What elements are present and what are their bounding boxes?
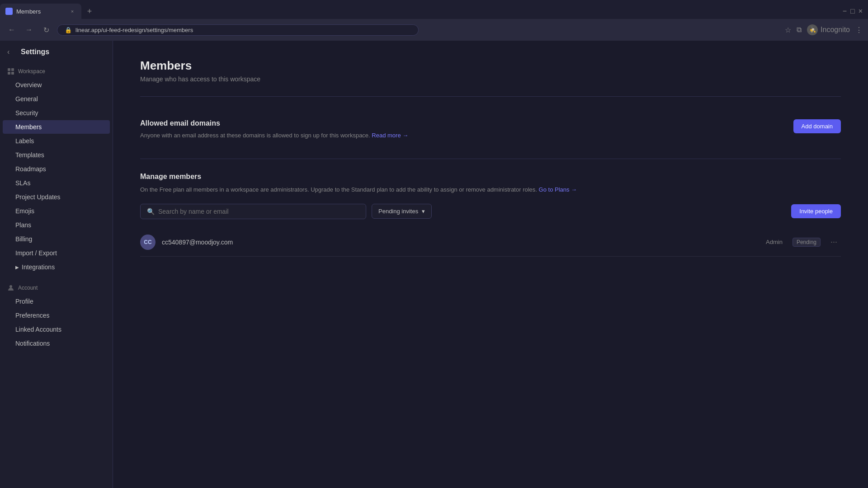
sidebar-item-labels[interactable]: Labels: [3, 134, 110, 148]
minimize-button[interactable]: −: [843, 7, 847, 15]
read-more-link[interactable]: Read more →: [372, 132, 408, 139]
sidebar-item-overview[interactable]: Overview: [3, 78, 110, 92]
search-input[interactable]: [158, 208, 359, 215]
window-controls: − □ ×: [843, 7, 868, 15]
manage-members-title: Manage members: [140, 173, 841, 181]
tab-favicon: [5, 8, 13, 15]
incognito-label: Incognito: [821, 26, 850, 34]
integrations-arrow-icon: ▶: [15, 265, 19, 270]
invite-people-button[interactable]: Invite people: [791, 204, 841, 218]
bookmark-icon[interactable]: ☆: [785, 26, 791, 34]
tab-bar: Members × + − □ ×: [0, 0, 868, 19]
allowed-domains-header: Allowed email domains Anyone with an ema…: [140, 106, 841, 150]
svg-point-4: [9, 285, 12, 288]
sidebar-back-button[interactable]: ‹: [7, 48, 16, 56]
page-title: Members: [140, 59, 841, 73]
sidebar-item-integrations[interactable]: ▶ Integrations: [3, 260, 110, 274]
incognito-icon: 🕵: [807, 24, 818, 35]
address-bar: ← → ↻ 🔒 linear.app/ui-feed-redesign/sett…: [0, 19, 868, 41]
sidebar-header: ‹ Settings: [0, 41, 113, 61]
back-button[interactable]: ←: [5, 23, 18, 36]
allowed-domains-desc: Anyone with an email address at these do…: [140, 131, 411, 141]
page-subtitle: Manage who has access to this workspace: [140, 75, 841, 83]
workspace-label: Workspace: [18, 68, 45, 75]
lock-icon: 🔒: [65, 27, 72, 33]
member-email: cc540897@moodjoy.com: [162, 239, 760, 246]
sidebar-item-preferences[interactable]: Preferences: [3, 309, 110, 322]
sidebar-item-notifications[interactable]: Notifications: [3, 337, 110, 350]
url-text: linear.app/ui-feed-redesign/settings/mem…: [75, 27, 193, 33]
app-container: ‹ Settings Workspace Overview General S: [0, 41, 868, 488]
sidebar-item-billing[interactable]: Billing: [3, 232, 110, 246]
active-tab[interactable]: Members ×: [0, 4, 81, 19]
sidebar-item-plans[interactable]: Plans: [3, 218, 110, 232]
extensions-icon[interactable]: ⧉: [797, 26, 802, 34]
account-label: Account: [18, 285, 38, 291]
avatar: CC: [140, 235, 156, 250]
workspace-icon: [7, 68, 14, 75]
forward-button[interactable]: →: [23, 23, 35, 36]
maximize-button[interactable]: □: [850, 7, 855, 15]
sidebar-item-templates[interactable]: Templates: [3, 148, 110, 162]
account-section: Account Profile Preferences Linked Accou…: [0, 278, 113, 354]
incognito-badge: 🕵 Incognito: [807, 24, 850, 35]
manage-members-section: Manage members On the Free plan all memb…: [140, 168, 841, 257]
sidebar: ‹ Settings Workspace Overview General S: [0, 41, 113, 488]
account-icon: [7, 284, 14, 291]
svg-rect-2: [8, 72, 10, 75]
table-row: CC cc540897@moodjoy.com Admin Pending ··…: [140, 228, 841, 257]
sidebar-item-emojis[interactable]: Emojis: [3, 204, 110, 218]
members-toolbar: 🔍 Pending invites ▾ Invite people: [140, 204, 841, 219]
sidebar-item-import-export[interactable]: Import / Export: [3, 246, 110, 260]
main-content: Members Manage who has access to this wo…: [113, 41, 868, 488]
url-bar[interactable]: 🔒 linear.app/ui-feed-redesign/settings/m…: [57, 24, 419, 36]
allowed-domains-title: Allowed email domains: [140, 119, 793, 127]
browser-chrome: Members × + − □ × ← → ↻ 🔒 linear.app/ui-…: [0, 0, 868, 41]
browser-toolbar-right: ☆ ⧉ 🕵 Incognito ⋮: [785, 24, 863, 35]
divider-1: [140, 96, 841, 97]
manage-members-desc: On the Free plan all members in a worksp…: [140, 185, 841, 195]
close-window-button[interactable]: ×: [859, 7, 863, 15]
sidebar-item-linked-accounts[interactable]: Linked Accounts: [3, 323, 110, 336]
pending-invites-dropdown[interactable]: Pending invites ▾: [372, 204, 432, 219]
add-domain-button[interactable]: Add domain: [793, 119, 841, 133]
sidebar-item-slas[interactable]: SLAs: [3, 176, 110, 190]
workspace-section: Workspace Overview General Security Memb…: [0, 61, 113, 278]
tab-title: Members: [16, 8, 65, 15]
svg-rect-3: [11, 72, 14, 75]
account-section-header: Account: [0, 282, 113, 294]
sidebar-item-security[interactable]: Security: [3, 106, 110, 120]
tab-close-button[interactable]: ×: [69, 8, 76, 15]
sidebar-item-profile[interactable]: Profile: [3, 295, 110, 308]
svg-rect-1: [11, 68, 14, 71]
dropdown-arrow-icon: ▾: [422, 208, 425, 215]
divider-2: [140, 159, 841, 159]
svg-rect-0: [8, 68, 10, 71]
go-to-plans-link[interactable]: Go to Plans →: [539, 186, 577, 193]
allowed-domains-info: Allowed email domains Anyone with an ema…: [140, 119, 793, 141]
member-role: Admin: [766, 239, 783, 245]
sidebar-item-members[interactable]: Members: [3, 120, 110, 134]
search-icon: 🔍: [147, 208, 155, 215]
allowed-domains-section: Allowed email domains Anyone with an ema…: [140, 106, 841, 150]
new-tab-button[interactable]: +: [83, 5, 96, 18]
member-actions-menu[interactable]: ···: [827, 235, 841, 249]
sidebar-item-project-updates[interactable]: Project Updates: [3, 190, 110, 204]
sidebar-title: Settings: [21, 48, 49, 56]
sidebar-item-general[interactable]: General: [3, 92, 110, 106]
search-box[interactable]: 🔍: [140, 204, 366, 219]
sidebar-item-roadmaps[interactable]: Roadmaps: [3, 162, 110, 176]
browser-menu-icon[interactable]: ⋮: [855, 26, 863, 34]
status-badge: Pending: [793, 238, 821, 247]
workspace-section-header: Workspace: [0, 65, 113, 78]
filter-label: Pending invites: [378, 208, 418, 215]
refresh-button[interactable]: ↻: [40, 23, 52, 36]
